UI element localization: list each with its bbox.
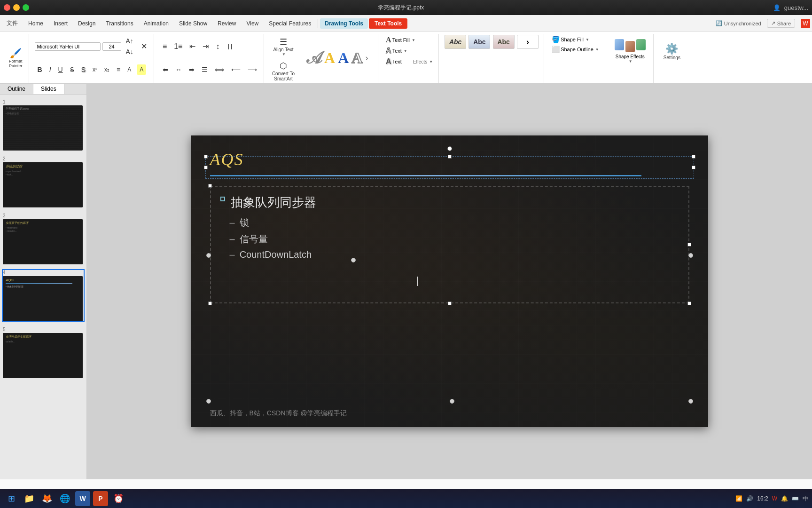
justify-btn[interactable]: ☰ (199, 64, 211, 75)
italic-btn[interactable]: I (47, 64, 54, 75)
slide-thumb-1[interactable]: 1 学亮编程手记.pptx • 升级的过程 (2, 98, 85, 151)
menu-home[interactable]: Home (23, 18, 48, 29)
slide-preview-1: 学亮编程手记.pptx • 升级的过程 (3, 105, 83, 151)
content-box[interactable]: 抽象队列同步器 – 锁 – 信号量 – Coun (210, 186, 689, 303)
bullet-list-btn[interactable]: ≡ (160, 41, 170, 52)
superscript-btn[interactable]: x² (90, 64, 100, 75)
font-shrink-btn[interactable]: A↓ (123, 47, 136, 57)
align-right-btn[interactable]: ➡ (186, 64, 197, 75)
numbered-list-btn[interactable]: 1≡ (171, 41, 185, 52)
text-style-plain-btn[interactable]: 𝒜 (307, 49, 321, 66)
text-style-blue-btn[interactable]: A (338, 50, 349, 65)
share-button[interactable]: ↗ Share (767, 19, 795, 28)
menu-drawing-tools[interactable]: Drawing Tools (320, 18, 368, 29)
sub-dash-1: – (230, 217, 235, 228)
taskbar-ppt-btn[interactable]: P (93, 491, 108, 506)
shape-outline-btn[interactable]: ⬜ Shape Outline ▼ (550, 45, 601, 54)
dist-btn[interactable]: ⟺ (212, 64, 227, 75)
shape-preset-2[interactable]: Abc (468, 35, 490, 49)
text-fill-btn[interactable]: A Text Fill ▼ (384, 35, 435, 45)
sub-dash-2: – (230, 234, 235, 245)
char-spacing-btn[interactable]: ≡ (114, 64, 123, 75)
left-panel: Outline Slides 1 学亮编程手记.pptx • 升级的过程 2 (0, 84, 87, 479)
text-styles-more-btn[interactable]: › (365, 53, 368, 63)
taskbar-audio: 🔊 (746, 495, 753, 502)
slide-num-1: 1 (3, 99, 84, 104)
decrease-indent-btn[interactable]: ⇤ (187, 41, 198, 52)
menu-slideshow[interactable]: Slide Show (174, 18, 212, 29)
menu-file[interactable]: 文件 (2, 17, 23, 29)
slide-num-4: 4 (3, 270, 84, 275)
taskbar-files-btn[interactable]: 📁 (22, 491, 37, 506)
ribbon-group-shape-effects: Shape Effects ▼ (607, 34, 654, 83)
slide-thumb-5[interactable]: 5 有序性底层实现原理 volatile... (2, 326, 85, 379)
format-painter-btn[interactable]: 🖌️ FormatPainter (7, 45, 25, 71)
taskbar-word-btn[interactable]: W (75, 491, 90, 506)
settings-btn[interactable]: ⚙️ Settings (659, 35, 685, 68)
highlight-btn[interactable]: A (137, 64, 146, 75)
slide-num-5: 5 (3, 327, 84, 332)
text-outline-btn[interactable]: A Text ▼ (384, 46, 435, 56)
canvas-area: AQS (87, 84, 812, 479)
underline-btn[interactable]: U (55, 64, 66, 75)
menu-bar: 文件 Home Insert Design Transitions Animat… (0, 15, 812, 32)
shadow-btn[interactable]: S (78, 64, 88, 75)
increase-indent-btn[interactable]: ⇥ (200, 41, 211, 52)
maximize-button[interactable] (23, 4, 29, 11)
subscript-btn[interactable]: x₂ (102, 64, 112, 75)
slide-thumb-2[interactable]: 2 升级的过程 • synchronized...• lock... (2, 155, 85, 208)
menu-transitions[interactable]: Transitions (101, 18, 138, 29)
taskbar-browser-btn[interactable]: 🌐 (57, 491, 72, 506)
font-color-btn[interactable]: A (125, 64, 135, 75)
taskbar-input-icon: 中 (803, 495, 808, 503)
wps-logo[interactable]: W (801, 19, 810, 28)
shape-preset-1[interactable]: Abc (445, 35, 466, 49)
menu-animation[interactable]: Animation (139, 18, 173, 29)
shape-effects-btn[interactable]: Shape Effects ▼ (611, 35, 649, 68)
tab-outline[interactable]: Outline (0, 84, 33, 94)
font-size-input[interactable] (102, 42, 121, 51)
close-button[interactable] (4, 4, 10, 11)
convert-smartart-btn[interactable]: ⬡ Convert To SmartArt (270, 58, 297, 84)
menu-view[interactable]: View (242, 18, 263, 29)
taskbar-right: 📶 🔊 16:2 W 🔔 ⌨️ 中 (735, 495, 808, 503)
line-spacing-btn[interactable]: ↕ (213, 41, 222, 52)
text-style-yellow-btn[interactable]: A (324, 50, 335, 65)
taskbar-firefox-btn[interactable]: 🦊 (39, 491, 55, 506)
strikethrough-btn[interactable]: S̶ (67, 64, 77, 75)
text-effects-btn[interactable]: A Text Effects ▼ (384, 56, 435, 67)
slide-thumb-3[interactable]: 3 实现原子性的原理 • markword• monitor... (2, 212, 85, 265)
bold-btn[interactable]: B (35, 64, 45, 75)
menu-special[interactable]: Special Features (264, 18, 316, 29)
columns-btn[interactable]: ⫼ (224, 41, 237, 52)
unsync-button[interactable]: 🔄 Unsynchronized (716, 20, 761, 26)
minimize-button[interactable] (13, 4, 20, 11)
menu-review[interactable]: Review (213, 18, 241, 29)
align-center-btn[interactable]: ↔ (172, 64, 185, 75)
taskbar-clock-btn[interactable]: ⏰ (111, 491, 126, 506)
taskbar-wifi: 📶 (735, 495, 742, 502)
clear-format-btn[interactable]: ✕ (138, 41, 150, 52)
menu-design[interactable]: Design (73, 18, 100, 29)
taskbar-time: 16:2 (757, 495, 768, 502)
text-style-outline-btn[interactable]: A (351, 50, 362, 65)
ribbon-group-format: 🖌️ FormatPainter (3, 34, 29, 83)
slide-num-2: 2 (3, 156, 84, 161)
align-left-btn[interactable]: ⬅ (160, 64, 171, 75)
ltr-btn[interactable]: ⟶ (245, 64, 260, 75)
taskbar-apps-btn[interactable]: ⊞ (4, 491, 19, 506)
shape-preset-3[interactable]: Abc (493, 35, 515, 49)
ribbon-group-text-styles: 𝒜 A A A › (303, 34, 378, 83)
ribbon: 🖌️ FormatPainter A↑ A↓ ✕ B I U S̶ S x² x… (0, 32, 812, 84)
rtl-btn[interactable]: ⟵ (228, 64, 243, 75)
font-grow-btn[interactable]: A↑ (123, 36, 136, 46)
shape-fill-btn[interactable]: 🪣 Shape Fill ▼ (550, 35, 601, 44)
shape-preset-more[interactable]: › (517, 35, 539, 49)
tab-slides[interactable]: Slides (33, 84, 64, 94)
align-text-btn[interactable]: ☰ Align Text ▼ (270, 35, 297, 58)
menu-text-tools[interactable]: Text Tools (369, 18, 407, 29)
slide-thumb-4[interactable]: 4 AQS • 抽象队列同步器 (2, 269, 85, 322)
panel-tabs: Outline Slides (0, 84, 86, 95)
menu-insert[interactable]: Insert (49, 18, 72, 29)
font-name-input[interactable] (35, 42, 101, 51)
